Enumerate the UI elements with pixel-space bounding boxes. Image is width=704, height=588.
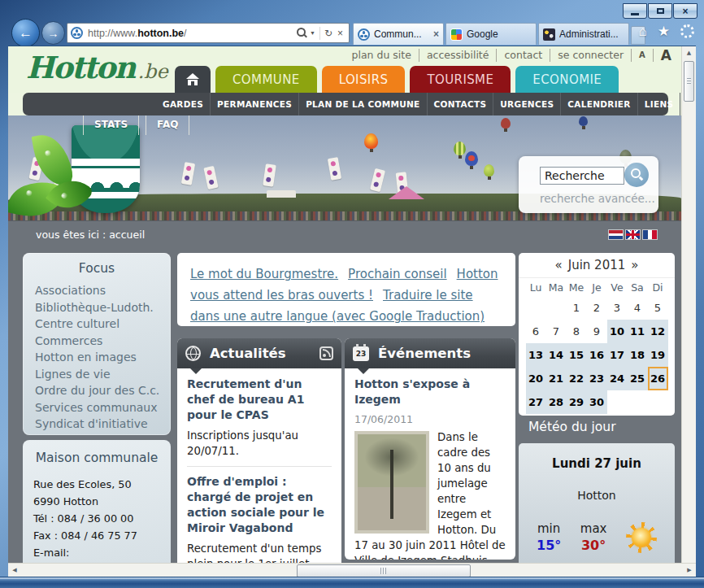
- main-section-tab[interactable]: COMMUNE: [215, 66, 317, 93]
- forward-button[interactable]: →: [41, 21, 65, 45]
- calendar-day[interactable]: [607, 390, 628, 414]
- utility-link[interactable]: se connecter: [550, 49, 624, 62]
- calendar-day[interactable]: 21: [546, 367, 567, 390]
- utility-link[interactable]: contact: [496, 49, 542, 62]
- news-headline-link[interactable]: Offre d'emploi : chargé de projet en act…: [187, 474, 332, 536]
- search-icon[interactable]: [297, 28, 307, 38]
- calendar-day[interactable]: 6: [526, 320, 546, 343]
- calendar-day[interactable]: 8: [567, 320, 587, 343]
- browser-tab[interactable]: Google ×: [445, 23, 537, 45]
- nav-item[interactable]: GARDES: [156, 93, 210, 115]
- search-button[interactable]: [624, 163, 649, 187]
- browser-tab[interactable]: Administrati... ×: [538, 23, 629, 45]
- sidebar-link[interactable]: Bibliothèque-Ludoth.: [23, 299, 171, 316]
- scroll-right-arrow[interactable]: ▶: [683, 564, 696, 577]
- close-button[interactable]: ×: [673, 3, 697, 19]
- refresh-icon[interactable]: ↻: [324, 28, 332, 39]
- calendar-day[interactable]: 7: [546, 320, 567, 343]
- nav-item[interactable]: CALENDRIER: [560, 93, 637, 115]
- gear-icon[interactable]: [680, 24, 694, 38]
- calendar-day[interactable]: 14: [546, 343, 567, 367]
- nav-item[interactable]: PERMANENCES: [210, 93, 298, 115]
- favorites-star-icon[interactable]: ★: [658, 24, 670, 38]
- calendar-day[interactable]: 17: [607, 343, 628, 367]
- vertical-scrollbar[interactable]: ▲: [681, 46, 696, 563]
- main-section-tab[interactable]: ECONOMIE: [515, 66, 619, 93]
- calendar-day[interactable]: 27: [526, 390, 546, 414]
- calendar-day[interactable]: 5: [648, 296, 668, 320]
- utility-link[interactable]: A: [631, 49, 645, 62]
- tab-home[interactable]: [175, 66, 211, 93]
- utility-link[interactable]: plan du site: [352, 49, 411, 62]
- sidebar-link[interactable]: Ordre du jour des C.c.: [23, 382, 171, 399]
- calendar-day[interactable]: 11: [628, 320, 648, 343]
- calendar-day[interactable]: 19: [648, 343, 668, 367]
- main-section-tab[interactable]: TOURISME: [410, 66, 511, 93]
- utility-link[interactable]: A: [653, 49, 671, 62]
- sidebar-link[interactable]: Associations: [23, 282, 171, 299]
- calendar-day[interactable]: 20: [526, 367, 546, 390]
- nav-item-secondary[interactable]: STATS: [83, 115, 139, 135]
- nav-item[interactable]: CONTACTS: [427, 93, 493, 115]
- calendar-day[interactable]: 22: [567, 367, 587, 390]
- calendar-day[interactable]: 2: [587, 296, 607, 320]
- quick-link[interactable]: Le mot du Bourgmestre.: [190, 267, 338, 281]
- calendar-day[interactable]: 26: [648, 367, 668, 390]
- calendar-day[interactable]: 15: [567, 343, 587, 367]
- nav-item[interactable]: URGENCES: [493, 93, 560, 115]
- advanced-search-link[interactable]: recherche avancée...: [540, 192, 655, 205]
- calendar-prev-button[interactable]: «: [555, 258, 563, 272]
- dropdown-caret-icon[interactable]: ▼: [310, 30, 315, 36]
- sidebar-link[interactable]: Services communaux: [23, 399, 171, 416]
- sidebar-link[interactable]: Hotton en images: [23, 349, 171, 366]
- utility-link[interactable]: accessibilité: [419, 49, 489, 62]
- news-headline-link[interactable]: Recrutement d'un chef de bureau A1 pour …: [187, 377, 332, 423]
- calendar-day[interactable]: 4: [628, 296, 648, 320]
- sidebar-link[interactable]: Centre culturel: [23, 316, 171, 333]
- nav-item[interactable]: PLAN DE LA COMMUNE: [298, 93, 426, 115]
- horizontal-scroll-thumb[interactable]: [297, 564, 471, 577]
- url-text[interactable]: http://www.hotton.be/: [88, 28, 294, 39]
- nav-item[interactable]: LIENS: [637, 93, 680, 115]
- calendar-next-button[interactable]: »: [631, 258, 638, 272]
- event-headline-link[interactable]: Hotton s'expose à Izegem: [354, 377, 506, 407]
- address-bar[interactable]: http://www.hotton.be/ ▼ ↻ ×: [67, 23, 350, 43]
- language-flag[interactable]: [626, 230, 640, 239]
- calendar-day[interactable]: 9: [587, 320, 607, 343]
- calendar-day[interactable]: 29: [567, 390, 587, 414]
- site-logo[interactable]: Hotton.be: [26, 50, 168, 85]
- calendar-day[interactable]: 13: [526, 343, 546, 367]
- stop-icon[interactable]: ×: [337, 28, 343, 39]
- calendar-day[interactable]: 24: [607, 367, 628, 390]
- tab-close-icon[interactable]: ×: [433, 28, 439, 40]
- vertical-scroll-thumb[interactable]: [684, 61, 694, 102]
- calendar-day[interactable]: 18: [628, 343, 648, 367]
- calendar-day[interactable]: [546, 296, 567, 320]
- rss-icon[interactable]: [319, 346, 333, 360]
- horizontal-scrollbar[interactable]: ◀ ▶: [8, 563, 696, 577]
- calendar-day[interactable]: 30: [587, 390, 607, 414]
- nav-item-secondary[interactable]: FAQ: [146, 115, 189, 135]
- minimize-button[interactable]: [623, 3, 647, 19]
- sidebar-link[interactable]: Commerces: [23, 333, 171, 350]
- calendar-day[interactable]: 16: [587, 343, 607, 367]
- language-flag[interactable]: [609, 230, 623, 239]
- calendar-day[interactable]: 3: [607, 296, 628, 320]
- calendar-day[interactable]: [526, 296, 546, 320]
- scroll-left-arrow[interactable]: ◀: [8, 564, 21, 577]
- search-input[interactable]: [540, 167, 624, 185]
- scroll-up-arrow[interactable]: ▲: [682, 46, 696, 59]
- sidebar-link[interactable]: Syndicat d'initiative: [23, 416, 171, 433]
- calendar-day[interactable]: [628, 390, 648, 414]
- calendar-day[interactable]: 28: [546, 390, 567, 414]
- back-button[interactable]: ←: [11, 19, 40, 47]
- calendar-day[interactable]: [648, 390, 668, 414]
- calendar-day[interactable]: 25: [628, 367, 648, 390]
- calendar-day[interactable]: 10: [607, 320, 628, 343]
- window-titlebar[interactable]: ×: [0, 0, 704, 21]
- calendar-day[interactable]: 23: [587, 367, 607, 390]
- calendar-day[interactable]: 12: [648, 320, 668, 343]
- sidebar-link[interactable]: Lignes de vie: [23, 366, 171, 383]
- quick-link[interactable]: Prochain conseil: [348, 267, 447, 281]
- main-section-tab[interactable]: LOISIRS: [322, 66, 406, 93]
